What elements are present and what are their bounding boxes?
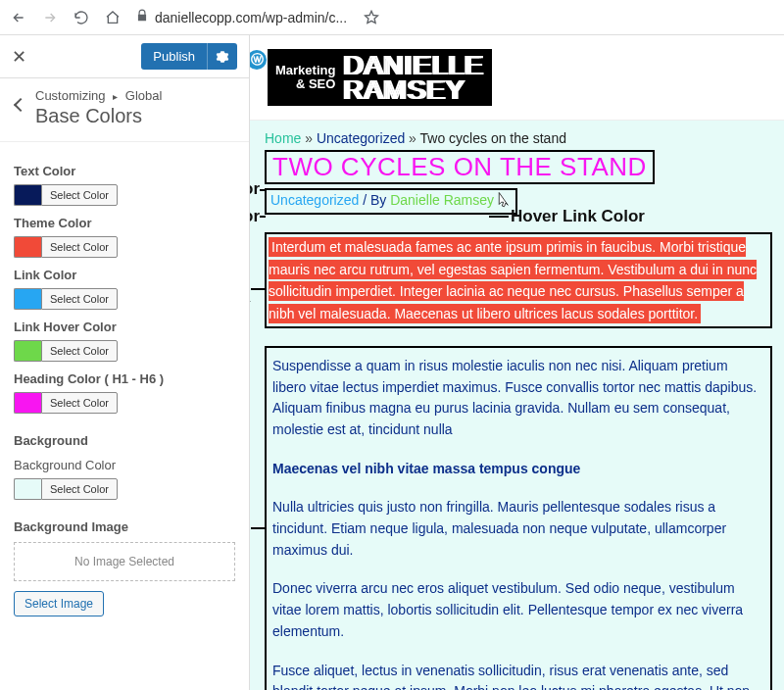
breadcrumb-root: Customizing	[35, 88, 106, 103]
forward-icon	[41, 9, 59, 26]
publish-button[interactable]: Publish	[141, 43, 207, 70]
logo-small-2: & SEO	[275, 77, 335, 91]
url-text: daniellecopp.com/wp-admin/c...	[155, 10, 347, 25]
preview-pane: ⓦ Marketing & SEO DANIELLE RAMSEY Home »…	[250, 35, 784, 690]
reload-icon[interactable]	[73, 9, 90, 26]
background-image-label: Background Image	[14, 519, 235, 534]
background-color-control: Select Color	[14, 478, 235, 500]
meta-box: Uncategorized / By Danielle Ramsey	[265, 188, 517, 215]
page-heading: TWO CYCLES ON THE STAND	[272, 152, 647, 181]
breadcrumb[interactable]: Customizing ▸ Global	[35, 88, 235, 103]
publish-group: Publish	[141, 43, 237, 70]
sidebar-controls: Text Color Select Color Theme Color Sele…	[0, 142, 249, 628]
sidebar-header: Customizing ▸ Global Base Colors	[0, 78, 249, 142]
lock-icon	[135, 9, 149, 25]
logo-small-1: Marketing	[275, 64, 335, 77]
customizer-sidebar: ✕ Publish Customizing ▸ Global Base Colo…	[0, 35, 250, 690]
home-icon[interactable]	[104, 9, 122, 26]
cursor-icon	[494, 190, 512, 213]
text-color-swatch	[14, 184, 41, 206]
site-header: Marketing & SEO DANIELLE RAMSEY	[250, 35, 784, 120]
heading-color-label: Heading Color ( H1 - H6 )	[14, 371, 235, 386]
background-color-label: Background Color	[14, 458, 235, 472]
meta-author-link[interactable]: Danielle Ramsey	[390, 192, 494, 208]
browser-toolbar: daniellecopp.com/wp-admin/c...	[0, 0, 784, 35]
meta-category-link[interactable]: Uncategorized	[270, 192, 359, 208]
highlighted-paragraph: Interdum et malesuada fames ac ante ipsu…	[269, 237, 757, 322]
theme-color-button[interactable]: Select Color	[41, 236, 118, 258]
theme-color-swatch	[14, 236, 41, 258]
heading-color-swatch	[14, 392, 41, 414]
link-color-label: Link Color	[14, 268, 235, 282]
text-color-control: Select Color	[14, 184, 235, 206]
sidebar-top: ✕ Publish	[0, 35, 249, 78]
panel-title: Base Colors	[35, 105, 235, 127]
link-color-swatch	[14, 288, 41, 310]
paragraph-2: Nulla ultricies quis justo non fringilla…	[272, 497, 764, 561]
text-color-label: Text Color	[14, 164, 235, 178]
back-icon[interactable]	[10, 9, 27, 26]
highlighted-paragraph-box: Interdum et malesuada fames ac ante ipsu…	[265, 232, 772, 328]
background-color-swatch	[14, 478, 41, 500]
app-body: ✕ Publish Customizing ▸ Global Base Colo…	[0, 35, 784, 690]
theme-color-control: Select Color	[14, 236, 235, 258]
heading-color-control: Select Color	[14, 392, 235, 414]
link-hover-color-control: Select Color	[14, 340, 235, 362]
page-breadcrumb: Home » Uncategorized » Two cycles on the…	[265, 130, 772, 146]
chevron-right-icon: ▸	[113, 91, 118, 102]
paragraph-4: Fusce aliquet, lectus in venenatis solli…	[272, 661, 764, 691]
content-area: Home » Uncategorized » Two cycles on the…	[250, 120, 784, 690]
back-button[interactable]	[14, 98, 27, 112]
breadcrumb-current: Global	[125, 88, 163, 103]
link-color-button[interactable]: Select Color	[41, 288, 118, 310]
logo-big-2: RAMSEY	[343, 77, 483, 102]
logo[interactable]: Marketing & SEO DANIELLE RAMSEY	[268, 49, 492, 106]
address-bar[interactable]: daniellecopp.com/wp-admin/c...	[135, 9, 380, 26]
crumb-category[interactable]: Uncategorized	[317, 130, 405, 146]
meta-separator: / By	[359, 192, 390, 208]
paragraph-3: Donec viverra arcu nec eros aliquet vest…	[272, 578, 764, 642]
body-text-box: Suspendisse a quam in risus molestie iac…	[265, 346, 772, 690]
crumb-home[interactable]: Home	[265, 130, 301, 146]
heading-box: TWO CYCLES ON THE STAND	[265, 150, 655, 184]
text-color-button[interactable]: Select Color	[41, 184, 118, 206]
link-hover-color-button[interactable]: Select Color	[41, 340, 118, 362]
select-image-button[interactable]: Select Image	[14, 591, 104, 616]
background-color-button[interactable]: Select Color	[41, 478, 118, 500]
heading-color-button[interactable]: Select Color	[41, 392, 118, 414]
background-section-label: Background	[14, 433, 235, 448]
publish-settings-button[interactable]	[207, 43, 237, 70]
subheading: Maecenas vel nibh vitae massa tempus con…	[272, 459, 764, 480]
link-hover-color-swatch	[14, 340, 41, 362]
close-icon[interactable]: ✕	[12, 46, 26, 68]
crumb-page: Two cycles on the stand	[420, 130, 566, 146]
theme-color-label: Theme Color	[14, 216, 235, 230]
paragraph-1: Suspendisse a quam in risus molestie iac…	[272, 356, 764, 441]
link-color-control: Select Color	[14, 288, 235, 310]
link-hover-color-label: Link Hover Color	[14, 320, 235, 334]
background-image-dropzone[interactable]: No Image Selected	[14, 542, 235, 581]
star-icon[interactable]	[363, 9, 380, 26]
